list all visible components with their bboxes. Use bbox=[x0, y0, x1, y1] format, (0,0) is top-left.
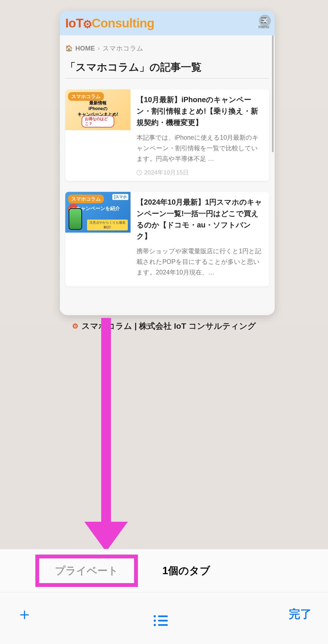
private-tabs-button[interactable]: プライベート bbox=[55, 564, 118, 578]
gear-icon: ⚙ bbox=[83, 18, 92, 30]
tabs-count-button[interactable]: 1個のタブ bbox=[162, 564, 210, 578]
article-thumbnail: スマホコラム ]スマホ お得な キャンペーンを紹介 注意点やからくりも徹底解説! bbox=[65, 192, 131, 233]
article-description: 携帯ショップや家電量販店に行くと1円と記載されたPOPを目にすることが多いと思い… bbox=[137, 246, 263, 278]
annotation-arrow-head bbox=[84, 522, 128, 552]
logo-consulting: Consulting bbox=[92, 16, 154, 30]
gear-icon: ⚙ bbox=[72, 322, 78, 330]
tab-groups-button[interactable] bbox=[154, 602, 168, 626]
scrollbar[interactable] bbox=[272, 35, 274, 152]
article-thumbnail: スマホコラム 最新情報 iPhoneの キャンペーンまとめ! お得なのはどこ？ bbox=[65, 89, 131, 130]
article-description: 本記事では、iPhoneに使える10月最新のキャンペーン・割引情報を一覧で比較し… bbox=[137, 132, 263, 164]
breadcrumb-current: スマホコラム bbox=[103, 44, 143, 53]
tab-preview-card[interactable]: IoT⚙Consulting ☰ menu ✕ 🏠 HOME › スマホコラム … bbox=[60, 11, 275, 315]
article-card[interactable]: スマホコラム 最新情報 iPhoneの キャンペーンまとめ! お得なのはどこ？ … bbox=[65, 89, 269, 181]
article-date: 2024年10月15日 bbox=[137, 168, 263, 177]
plus-icon: ＋ bbox=[16, 605, 33, 623]
thumb-text: 最新情報 iPhoneの キャンペーンまとめ! bbox=[65, 100, 131, 117]
close-icon: ✕ bbox=[262, 16, 268, 25]
thumb-callout: お得なのはどこ？ bbox=[82, 115, 114, 127]
tab-caption: ⚙ スマホコラム | 株式会社 IoT コンサルティング bbox=[0, 321, 328, 332]
category-badge: スマホコラム bbox=[68, 92, 104, 101]
tab-group-segmented-control: プライベート 1個のタブ bbox=[0, 549, 328, 592]
annotation-highlight-box: プライベート bbox=[35, 555, 138, 587]
phone-icon bbox=[69, 208, 82, 230]
done-button[interactable]: 完了 bbox=[289, 607, 312, 622]
title-divider bbox=[65, 78, 269, 79]
breadcrumb: 🏠 HOME › スマホコラム bbox=[65, 44, 269, 53]
site-header: IoT⚙Consulting ☰ menu ✕ bbox=[60, 11, 275, 35]
site-logo: IoT⚙Consulting bbox=[65, 16, 154, 30]
list-icon bbox=[154, 615, 168, 626]
category-badge: スマホコラム bbox=[68, 195, 104, 203]
new-tab-button[interactable]: ＋ bbox=[16, 603, 33, 625]
chevron-right-icon: › bbox=[98, 45, 100, 52]
close-tab-button[interactable]: ✕ bbox=[259, 15, 271, 27]
article-content: 【2024年10月最新】1円スマホのキャンペーン一覧!一括一円はどこで買えるのか… bbox=[131, 192, 269, 287]
breadcrumb-home[interactable]: HOME bbox=[75, 45, 95, 52]
article-title: 【10月最新】iPhoneのキャンペーン・割引情報まとめ!【乗り換え・新規契約・… bbox=[137, 94, 263, 129]
thumb-yellow-bar: 注意点やからくりも徹底解説! bbox=[87, 220, 128, 230]
logo-iot: IoT bbox=[65, 16, 83, 30]
date-text: 2024年10月15日 bbox=[144, 168, 189, 177]
article-card[interactable]: スマホコラム ]スマホ お得な キャンペーンを紹介 注意点やからくりも徹底解説!… bbox=[65, 192, 269, 287]
annotation-arrow-shaft bbox=[101, 318, 111, 524]
thumb-line: iPhoneの bbox=[65, 106, 131, 112]
bottom-toolbar: ＋ 完了 bbox=[0, 592, 328, 644]
article-content: 【10月最新】iPhoneのキャンペーン・割引情報まとめ!【乗り換え・新規契約・… bbox=[131, 89, 269, 181]
home-icon: 🏠 bbox=[65, 45, 73, 52]
article-title: 【2024年10月最新】1円スマホのキャンペーン一覧!一括一円はどこで買えるのか… bbox=[137, 197, 263, 242]
clock-icon bbox=[137, 170, 142, 175]
thumb-logo-tag: ]スマホ bbox=[112, 194, 128, 200]
thumb-line: 最新情報 bbox=[65, 100, 131, 106]
page-title: 「スマホコラム」の記事一覧 bbox=[65, 60, 269, 74]
page-body: 🏠 HOME › スマホコラム 「スマホコラム」の記事一覧 スマホコラム 最新情… bbox=[60, 35, 275, 312]
